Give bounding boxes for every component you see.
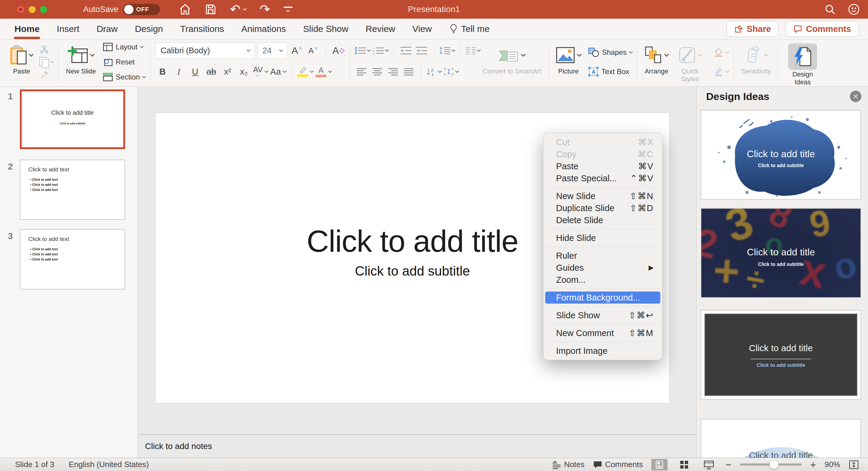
menu-item-guides[interactable]: Guides▶ [545, 262, 660, 274]
numbering-button[interactable]: 123 [373, 43, 388, 58]
align-text-button[interactable] [444, 64, 458, 79]
layout-button[interactable]: Layout [103, 43, 146, 51]
underline-button[interactable]: U [188, 64, 202, 79]
grow-font-button[interactable]: A∧ [290, 43, 304, 58]
menu-item-import-image[interactable]: Import Image [545, 345, 660, 357]
menu-item-hide-slide[interactable]: Hide Slide [545, 232, 660, 244]
columns-button[interactable] [466, 43, 480, 58]
shapes-chevron-down-icon[interactable] [629, 50, 633, 54]
italic-button[interactable]: I [172, 64, 186, 79]
section-button[interactable]: Section [103, 73, 146, 81]
tab-design[interactable]: Design [135, 24, 163, 34]
tab-review[interactable]: Review [366, 24, 395, 34]
text-highlight-button[interactable] [297, 64, 313, 79]
picture-button[interactable]: Picture [554, 42, 584, 76]
layout-chevron-down-icon[interactable] [140, 44, 144, 48]
text-box-button[interactable]: A Text Box [588, 67, 632, 76]
account-icon[interactable] [847, 3, 860, 16]
fit-slide-button[interactable] [849, 460, 859, 470]
justify-button[interactable] [402, 64, 415, 79]
slide-thumbnail-2[interactable]: Click to add text Click to add text Clic… [20, 160, 125, 220]
section-chevron-down-icon[interactable] [142, 74, 146, 78]
align-left-button[interactable] [355, 64, 368, 79]
menu-item-ruler[interactable]: Ruler [545, 250, 660, 262]
shrink-font-button[interactable]: A∨ [306, 43, 320, 58]
decrease-indent-button[interactable] [399, 43, 412, 58]
share-button[interactable]: Share [726, 21, 779, 37]
bold-button[interactable]: B [156, 64, 169, 79]
convert-smartart-button[interactable]: Convert to SmartArt [480, 42, 544, 76]
menu-item-delete-slide[interactable]: Delete Slide [545, 214, 660, 226]
close-icon[interactable]: × [850, 91, 861, 102]
undo-chevron-down-icon[interactable] [243, 7, 247, 10]
change-case-button[interactable]: Aa [270, 64, 286, 79]
autosave-toggle[interactable]: OFF [123, 4, 160, 15]
align-center-button[interactable] [371, 64, 384, 79]
reset-button[interactable]: Reset [103, 58, 146, 66]
redo-icon[interactable]: ↷ [259, 3, 270, 16]
smartart-chevron-down-icon[interactable] [521, 52, 526, 57]
font-name-select[interactable]: Calibri (Body) [156, 42, 255, 59]
arrange-chevron-down-icon[interactable] [664, 52, 669, 57]
picture-chevron-down-icon[interactable] [577, 52, 582, 57]
tab-insert[interactable]: Insert [57, 24, 79, 34]
design-thumbnail-rings[interactable]: Click to add title [701, 419, 861, 458]
text-direction-button[interactable]: A [427, 64, 441, 79]
slide-thumbnail-1[interactable]: Click to add title Click to add subtitle [20, 90, 125, 149]
comments-toggle-button[interactable]: Comments [593, 460, 643, 469]
menu-item-new-slide[interactable]: New Slide⇧⌘N [545, 190, 660, 202]
zoom-slider[interactable] [740, 464, 802, 466]
zoom-out-button[interactable]: − [725, 460, 732, 469]
slide-sorter-view-button[interactable] [676, 459, 692, 470]
subscript-button[interactable]: x₂ [237, 64, 251, 79]
close-window-button[interactable] [17, 6, 24, 13]
tab-transitions[interactable]: Transitions [180, 24, 224, 34]
menu-item-paste[interactable]: Paste⌘V [545, 160, 660, 172]
tab-draw[interactable]: Draw [96, 24, 118, 34]
increase-indent-button[interactable] [415, 43, 428, 58]
design-ideas-button[interactable]: Design Ideas [783, 42, 822, 87]
new-slide-chevron-down-icon[interactable] [90, 52, 95, 57]
bullets-button[interactable] [355, 43, 370, 58]
notes-pane[interactable]: Click to add notes [138, 434, 696, 458]
undo-icon[interactable]: ↶ [230, 3, 241, 16]
font-size-select[interactable]: 24 [257, 42, 287, 59]
tab-animations[interactable]: Animations [241, 24, 286, 34]
home-icon[interactable] [179, 3, 191, 16]
tab-slide-show[interactable]: Slide Show [303, 24, 348, 34]
design-thumbnail-dark[interactable]: Click to add title Click to add subtitle [701, 310, 861, 400]
arrange-button[interactable]: Arrange [642, 42, 671, 76]
menu-item-duplicate-slide[interactable]: Duplicate Slide⇧⌘D [545, 202, 660, 214]
font-color-button[interactable]: A [315, 64, 332, 79]
paste-chevron-down-icon[interactable] [29, 52, 34, 57]
search-icon[interactable] [824, 3, 836, 15]
zoom-slider-thumb[interactable] [769, 460, 778, 469]
slide-thumbnail-3[interactable]: Click to add text Click to add text Clic… [20, 229, 125, 290]
clear-formatting-button[interactable]: A [331, 43, 345, 58]
align-right-button[interactable] [386, 64, 400, 79]
character-spacing-button[interactable]: AV↔ [253, 64, 268, 79]
tab-home[interactable]: Home [14, 24, 39, 34]
superscript-button[interactable]: x² [221, 64, 235, 79]
normal-view-button[interactable] [651, 459, 668, 470]
slideshow-view-button[interactable] [701, 459, 717, 470]
menu-item-paste-special[interactable]: Paste Special...⌃⌘V [545, 172, 660, 184]
tab-view[interactable]: View [412, 24, 432, 34]
save-icon[interactable] [205, 3, 217, 15]
minimize-window-button[interactable] [29, 6, 36, 13]
notes-placeholder[interactable]: Click to add notes [145, 441, 212, 451]
paste-button[interactable]: Paste [8, 42, 35, 76]
zoom-in-button[interactable]: + [810, 460, 816, 469]
notes-toggle-button[interactable]: Notes [552, 460, 585, 469]
strikethrough-button[interactable]: ab [204, 64, 218, 79]
new-slide-button[interactable]: New Slide [64, 42, 98, 76]
design-thumbnail-ink-blot[interactable]: Click to add title Click to add subtitle [701, 110, 861, 200]
language-indicator[interactable]: English (United States) [69, 460, 149, 469]
tab-tell-me[interactable]: Tell me [449, 24, 490, 34]
line-spacing-button[interactable] [439, 43, 455, 58]
menu-item-slide-show[interactable]: Slide Show⇧⌘↩ [545, 309, 660, 321]
menu-item-zoom[interactable]: Zoom... [545, 274, 660, 286]
comments-button[interactable]: Comments [785, 21, 859, 37]
customize-toolbar-icon[interactable] [284, 7, 293, 12]
zoom-window-button[interactable] [40, 6, 47, 13]
